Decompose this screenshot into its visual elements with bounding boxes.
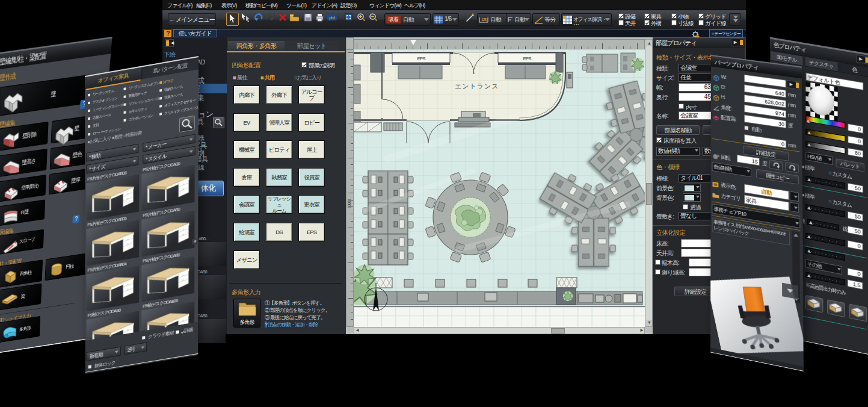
svg-text:123: 123: [481, 17, 487, 22]
svg-text:EPS: EPS: [523, 56, 531, 61]
svg-text:pbd: pbd: [329, 16, 335, 20]
svg-text:エントランス: エントランス: [455, 82, 499, 90]
svg-text:EPS: EPS: [417, 56, 425, 61]
